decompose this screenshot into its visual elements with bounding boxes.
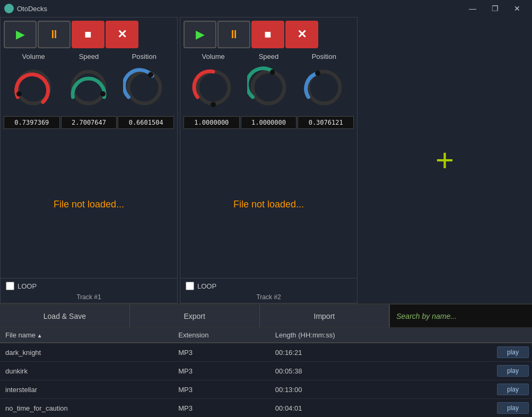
deck1-knobs-row bbox=[1, 60, 177, 114]
export-button[interactable]: Export bbox=[130, 305, 260, 327]
svg-point-11 bbox=[315, 71, 320, 76]
deck1-speed-knob[interactable] bbox=[66, 65, 111, 110]
import-button[interactable]: Import bbox=[260, 305, 390, 327]
cell-play: play bbox=[437, 362, 532, 380]
decks-area: ▶ ⏸ ■ ✕ Volume Speed Position bbox=[0, 17, 532, 303]
deck2-transport: ▶ ⏸ ■ ✕ bbox=[180, 18, 357, 50]
deck2-speed-value: 1.0000000 bbox=[241, 116, 297, 129]
play-track-button[interactable]: play bbox=[497, 402, 529, 414]
cell-filename: interstellar bbox=[0, 380, 173, 399]
svg-point-4 bbox=[128, 72, 160, 103]
deck2-knobs-row bbox=[180, 60, 357, 114]
deck2-stop-button[interactable]: ■ bbox=[251, 21, 284, 48]
deck1-volume-label: Volume bbox=[6, 53, 61, 60]
deck1: ▶ ⏸ ■ ✕ Volume Speed Position bbox=[0, 17, 178, 303]
deck1-volume-knob[interactable] bbox=[11, 65, 56, 110]
main-content: ▶ ⏸ ■ ✕ Volume Speed Position bbox=[0, 17, 532, 417]
svg-point-8 bbox=[252, 72, 284, 103]
deck1-speed-label: Speed bbox=[61, 53, 116, 60]
deck2-speed-knob[interactable] bbox=[246, 65, 291, 110]
window-controls: — ❐ ✕ bbox=[462, 1, 528, 16]
search-input[interactable] bbox=[389, 305, 532, 327]
deck1-file-status: File not loaded... bbox=[54, 199, 124, 210]
svg-point-2 bbox=[73, 72, 104, 103]
app-title: OtoDecks bbox=[17, 5, 462, 13]
svg-point-9 bbox=[270, 70, 275, 75]
deck1-file-area: File not loaded... bbox=[1, 131, 177, 278]
deck2-volume-knob[interactable] bbox=[191, 65, 236, 110]
cell-extension: MP3 bbox=[173, 343, 270, 362]
cell-filename: dark_knight bbox=[0, 343, 173, 362]
deck2-position-label: Position bbox=[296, 53, 352, 60]
svg-point-1 bbox=[16, 91, 22, 97]
deck2-volume-value: 1.0000000 bbox=[184, 116, 240, 129]
minimize-button[interactable]: — bbox=[462, 1, 483, 16]
col-extension[interactable]: Extension bbox=[173, 328, 270, 343]
svg-point-7 bbox=[211, 102, 216, 107]
cell-length: 00:05:38 bbox=[270, 362, 437, 380]
deck1-volume-value: 0.7397369 bbox=[4, 116, 60, 129]
table-row: no_time_for_caution MP3 00:04:01 play bbox=[0, 399, 532, 418]
deck1-loop-checkbox[interactable] bbox=[6, 282, 14, 290]
deck1-values-row: 0.7397369 2.7007647 0.6601504 bbox=[1, 114, 177, 131]
table-row: dunkirk MP3 00:05:38 play bbox=[0, 362, 532, 380]
table-row: dark_knight MP3 00:16:21 play bbox=[0, 343, 532, 362]
add-deck-button[interactable]: + bbox=[435, 144, 454, 176]
deck2-loop-checkbox[interactable] bbox=[186, 282, 194, 290]
table-header-row: File name Extension Length (HH:mm:ss) bbox=[0, 328, 532, 343]
cell-length: 00:04:01 bbox=[270, 399, 437, 418]
deck2-loop-label: LOOP bbox=[197, 282, 216, 290]
cell-length: 00:16:21 bbox=[270, 343, 437, 362]
cell-filename: no_time_for_caution bbox=[0, 399, 173, 418]
deck2-position-value: 0.3076121 bbox=[298, 116, 354, 129]
deck2-file-area: File not loaded... bbox=[180, 131, 357, 278]
app-icon bbox=[4, 4, 14, 13]
deck1-position-label: Position bbox=[117, 53, 172, 60]
col-length[interactable]: Length (HH:mm:ss) bbox=[270, 328, 437, 343]
deck1-transport: ▶ ⏸ ■ ✕ bbox=[1, 18, 177, 50]
file-table: File name Extension Length (HH:mm:ss) da… bbox=[0, 328, 532, 417]
load-save-button[interactable]: Load & Save bbox=[0, 305, 130, 327]
cell-filename: dunkirk bbox=[0, 362, 173, 380]
cell-play: play bbox=[437, 380, 532, 399]
deck2-track-label: Track #2 bbox=[180, 293, 357, 303]
deck1-close-button[interactable]: ✕ bbox=[106, 21, 138, 48]
play-track-button[interactable]: play bbox=[497, 365, 529, 377]
deck1-speed-value: 2.7007647 bbox=[61, 116, 117, 129]
deck2-file-status: File not loaded... bbox=[233, 199, 304, 210]
add-deck-panel: + bbox=[357, 17, 532, 303]
deck2-play-button[interactable]: ▶ bbox=[184, 21, 216, 48]
deck2-knob-labels: Volume Speed Position bbox=[180, 50, 357, 60]
deck1-knob-labels: Volume Speed Position bbox=[1, 50, 177, 60]
col-filename[interactable]: File name bbox=[0, 328, 173, 343]
maximize-button[interactable]: ❐ bbox=[484, 1, 505, 16]
deck2-pause-button[interactable]: ⏸ bbox=[217, 21, 250, 48]
close-button[interactable]: ✕ bbox=[507, 1, 528, 16]
cell-play: play bbox=[437, 343, 532, 362]
play-track-button[interactable]: play bbox=[497, 346, 529, 358]
deck1-stop-button[interactable]: ■ bbox=[72, 21, 104, 48]
play-track-button[interactable]: play bbox=[497, 384, 529, 395]
deck2-values-row: 1.0000000 1.0000000 0.3076121 bbox=[180, 114, 357, 131]
deck1-position-knob[interactable] bbox=[121, 65, 167, 110]
cell-length: 00:13:00 bbox=[270, 380, 437, 399]
cell-extension: MP3 bbox=[173, 399, 270, 418]
col-action bbox=[437, 328, 532, 343]
titlebar: OtoDecks — ❐ ✕ bbox=[0, 0, 532, 17]
svg-point-5 bbox=[148, 72, 153, 77]
table-row: interstellar MP3 00:13:00 play bbox=[0, 380, 532, 399]
deck1-pause-button[interactable]: ⏸ bbox=[38, 21, 71, 48]
deck2: ▶ ⏸ ■ ✕ Volume Speed Position bbox=[180, 17, 357, 303]
deck1-track-label: Track #1 bbox=[1, 293, 177, 303]
deck2-position-knob[interactable] bbox=[301, 65, 346, 110]
deck2-loop-row: LOOP bbox=[180, 278, 357, 293]
toolbar: Load & Save Export Import bbox=[0, 305, 532, 328]
deck1-play-button[interactable]: ▶ bbox=[4, 21, 37, 48]
deck2-close-button[interactable]: ✕ bbox=[285, 21, 318, 48]
cell-play: play bbox=[437, 399, 532, 418]
cell-extension: MP3 bbox=[173, 362, 270, 380]
deck2-speed-label: Speed bbox=[241, 53, 296, 60]
deck1-position-value: 0.6601504 bbox=[118, 116, 174, 129]
bottom-panel: Load & Save Export Import File name Exte… bbox=[0, 303, 532, 417]
svg-point-3 bbox=[100, 91, 106, 97]
